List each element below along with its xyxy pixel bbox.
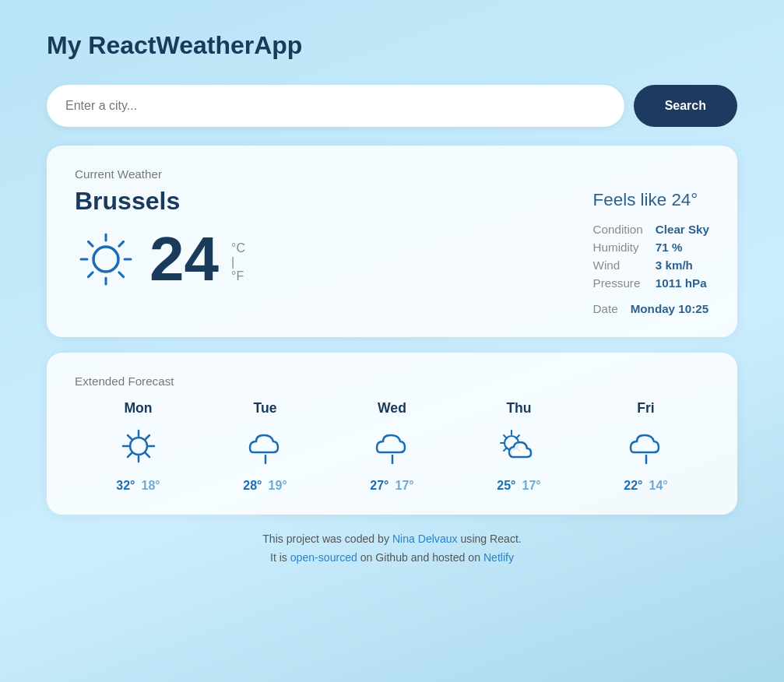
forecast-day-thu: Thu25°17° xyxy=(496,400,543,493)
temp-low: 18° xyxy=(142,479,160,493)
svg-point-0 xyxy=(93,247,118,272)
rain-icon xyxy=(242,424,289,471)
condition-label: Condition xyxy=(593,223,643,236)
app-title: My ReactWeatherApp xyxy=(47,31,737,60)
svg-point-9 xyxy=(130,438,147,455)
footer-text4: on Github and hosted on xyxy=(357,551,483,564)
svg-line-25 xyxy=(504,435,507,438)
date-value: Monday 10:25 xyxy=(631,302,708,315)
footer-text3: It is xyxy=(270,551,290,564)
svg-line-6 xyxy=(119,272,124,277)
day-label: Fri xyxy=(637,400,654,417)
rain-icon xyxy=(369,424,416,471)
forecast-day-tue: Tue28°19° xyxy=(242,400,289,493)
temp-high: 28° xyxy=(243,479,262,493)
partly-cloudy-icon xyxy=(496,424,543,471)
day-label: Tue xyxy=(254,400,277,417)
city-name: Brussels xyxy=(75,187,245,216)
temp-low: 14° xyxy=(649,479,668,493)
day-label: Wed xyxy=(378,400,406,417)
temp-low: 17° xyxy=(522,479,541,493)
svg-line-17 xyxy=(128,453,132,457)
svg-line-27 xyxy=(516,435,519,438)
current-weather-card: Current Weather Brussels 24 xyxy=(47,146,737,337)
rain-icon xyxy=(623,424,670,471)
footer-text1: This project was coded by xyxy=(262,533,392,545)
pressure-label: Pressure xyxy=(593,276,643,290)
svg-line-15 xyxy=(146,453,149,457)
date-row: Date Monday 10:25 xyxy=(593,302,709,315)
sun-icon xyxy=(75,228,137,290)
current-weather-label: Current Weather xyxy=(75,167,709,181)
left-weather: Brussels 24 °C | xyxy=(75,187,245,290)
forecast-day-wed: Wed27°17° xyxy=(369,400,416,493)
svg-line-8 xyxy=(88,272,93,277)
temp-pair: 22°14° xyxy=(624,479,667,493)
temp-pair: 28°19° xyxy=(243,479,287,493)
footer-text2: using React. xyxy=(458,533,522,545)
unit-toggle[interactable]: °C | °F xyxy=(231,241,245,283)
unit-sep: | xyxy=(231,255,245,269)
temp-high: 27° xyxy=(370,479,388,493)
svg-line-16 xyxy=(146,435,149,439)
svg-line-5 xyxy=(88,241,93,246)
svg-line-28 xyxy=(504,448,507,451)
footer-netlify-link[interactable]: Netlify xyxy=(483,551,514,564)
temp-low: 19° xyxy=(269,479,287,493)
svg-line-14 xyxy=(128,435,132,439)
footer: This project was coded by Nina Delvaux u… xyxy=(47,530,737,568)
forecast-day-mon: Mon32°18° xyxy=(115,400,162,493)
temp-pair: 25°17° xyxy=(497,479,540,493)
temp-row: 24 °C | °F xyxy=(75,228,245,290)
temp-pair: 32°18° xyxy=(116,479,160,493)
search-row: Search xyxy=(47,85,737,127)
feels-like: Feels like 24° xyxy=(593,190,698,210)
forecast-card: Extended Forecast Mon32°18°Tue28°19°Wed2… xyxy=(47,353,737,515)
date-label: Date xyxy=(593,302,618,315)
temp-high: 25° xyxy=(497,479,515,493)
humidity-value: 71 % xyxy=(656,241,709,254)
fahrenheit-unit[interactable]: °F xyxy=(231,269,245,283)
weather-details: Condition Clear Sky Humidity 71 % Wind 3… xyxy=(593,223,709,290)
humidity-label: Humidity xyxy=(593,241,643,254)
temp-high: 32° xyxy=(116,479,135,493)
sun-icon xyxy=(115,424,162,471)
day-label: Mon xyxy=(124,400,152,417)
wind-value: 3 km/h xyxy=(656,258,709,272)
temp-low: 17° xyxy=(396,479,414,493)
condition-value: Clear Sky xyxy=(656,223,709,236)
footer-author-link[interactable]: Nina Delvaux xyxy=(392,533,458,545)
search-input[interactable] xyxy=(47,85,624,127)
right-weather: Feels like 24° Condition Clear Sky Humid… xyxy=(593,187,709,315)
footer-opensource-link[interactable]: open-sourced xyxy=(290,551,357,564)
forecast-days: Mon32°18°Tue28°19°Wed27°17°Thu25°17°Fri2… xyxy=(75,400,709,493)
temp-high: 22° xyxy=(624,479,642,493)
temp-pair: 27°17° xyxy=(370,479,413,493)
svg-line-7 xyxy=(119,241,124,246)
celsius-unit[interactable]: °C xyxy=(231,241,245,255)
temperature-value: 24 xyxy=(149,228,219,290)
search-button[interactable]: Search xyxy=(634,85,737,127)
forecast-day-fri: Fri22°14° xyxy=(623,400,670,493)
day-label: Thu xyxy=(506,400,531,417)
pressure-value: 1011 hPa xyxy=(656,276,709,290)
forecast-label: Extended Forecast xyxy=(75,374,709,388)
wind-label: Wind xyxy=(593,258,643,272)
